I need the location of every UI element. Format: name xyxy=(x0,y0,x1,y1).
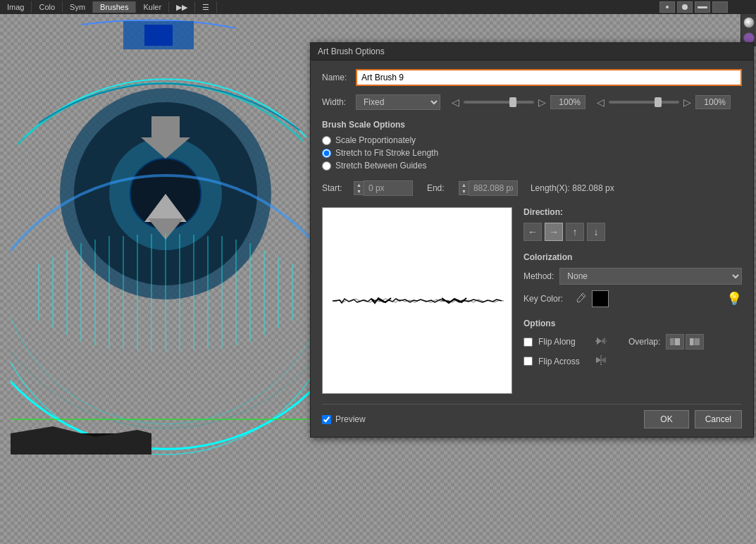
length-label: Length(X): 882.088 px xyxy=(531,183,614,193)
name-input[interactable] xyxy=(356,69,742,86)
brush-thumb-1[interactable] xyxy=(659,1,675,13)
radio-stretch-guides-label[interactable]: Stretch Between Guides xyxy=(335,161,426,171)
dir-btn-down[interactable]: ↓ xyxy=(587,223,605,241)
method-row: Method: None Tints Tints and Shades Hue … xyxy=(523,268,742,285)
dialog-body: Name: Width: Fixed ◁ ▷ ◁ xyxy=(311,61,753,437)
start-stepper-down[interactable]: ▼ xyxy=(354,188,364,194)
slider-group-1: ◁ ▷ xyxy=(452,95,585,109)
brush-thumb-2[interactable] xyxy=(677,1,693,13)
art-brush-dialog: Art Brush Options Name: Width: Fixed ◁ ▷ xyxy=(310,42,754,438)
brush-thumb-4[interactable] xyxy=(712,1,728,13)
flip-across-icon xyxy=(593,354,609,369)
slider-left-arrow-1[interactable]: ◁ xyxy=(452,97,459,108)
slider-track-1[interactable] xyxy=(464,101,534,104)
overlap-btn-2[interactable] xyxy=(686,334,704,350)
dir-btn-up[interactable]: ↑ xyxy=(566,223,584,241)
start-stepper-up[interactable]: ▲ xyxy=(354,182,364,188)
dir-btn-right[interactable]: → xyxy=(545,223,563,241)
slider-thumb-2[interactable] xyxy=(655,97,662,107)
slider-right-arrow-1[interactable]: ▷ xyxy=(538,97,546,108)
eyedropper-icon[interactable] xyxy=(575,292,586,306)
svg-rect-33 xyxy=(674,338,680,345)
flip-along-label: Flip Along xyxy=(538,337,588,347)
tab-colo[interactable]: Colo xyxy=(32,1,63,13)
preview-area xyxy=(322,207,512,394)
dir-btn-left[interactable]: ← xyxy=(523,223,542,241)
radio-scale-proportionately: Scale Proportionately xyxy=(322,135,742,145)
slider-thumb-1[interactable] xyxy=(509,97,516,107)
start-end-row: Start: ▲ ▼ End: ▲ ▼ Length(X): 882.088 p… xyxy=(322,180,742,196)
colorization-label: Colorization xyxy=(523,252,742,262)
tab-sym[interactable]: Sym xyxy=(63,1,93,13)
tab-menu[interactable]: ☰ xyxy=(195,1,217,13)
end-label: End: xyxy=(427,183,452,193)
width-row: Width: Fixed ◁ ▷ ◁ ▷ xyxy=(322,94,742,110)
slider-right-arrow-2[interactable]: ▷ xyxy=(683,97,691,108)
tab-bar: Imag Colo Sym Brushes Kuler ▶▶ ☰ xyxy=(0,1,217,13)
tab-more[interactable]: ▶▶ xyxy=(169,1,195,13)
svg-rect-35 xyxy=(694,338,700,345)
slider-left-arrow-2[interactable]: ◁ xyxy=(597,97,605,108)
key-color-swatch[interactable] xyxy=(592,290,609,307)
direction-buttons: ← → ↑ ↓ xyxy=(523,223,742,241)
end-value-input[interactable] xyxy=(469,180,518,196)
name-label: Name: xyxy=(322,73,350,82)
flip-along-checkbox[interactable] xyxy=(523,338,533,347)
ok-button[interactable]: OK xyxy=(644,410,688,428)
width-select[interactable]: Fixed xyxy=(356,94,440,110)
color-wheel-icon[interactable] xyxy=(743,17,755,28)
dialog-title: Art Brush Options xyxy=(318,47,385,56)
dialog-titlebar: Art Brush Options xyxy=(311,43,753,61)
start-label: Start: xyxy=(322,183,347,193)
tab-kuler[interactable]: Kuler xyxy=(136,1,169,13)
end-stepper: ▲ ▼ xyxy=(459,180,518,196)
radio-stretch-fit: Stretch to Fit Stroke Length xyxy=(322,148,742,158)
width-label: Width: xyxy=(322,97,350,107)
radio-scale-prop-label[interactable]: Scale Proportionately xyxy=(335,135,416,145)
slider-track-2[interactable] xyxy=(609,101,679,104)
svg-line-31 xyxy=(581,295,584,297)
tip-icon[interactable]: 💡 xyxy=(726,291,742,307)
overlap-buttons xyxy=(666,334,704,350)
direction-label: Direction: xyxy=(523,207,742,217)
radio-scale-prop-input[interactable] xyxy=(322,136,331,145)
flip-along-row: Flip Along Overlap: xyxy=(523,334,742,350)
tab-brushes[interactable]: Brushes xyxy=(93,1,136,13)
radio-stretch-fit-input[interactable] xyxy=(322,149,331,158)
method-select[interactable]: None Tints Tints and Shades Hue Shift xyxy=(559,268,742,285)
end-stepper-up[interactable]: ▲ xyxy=(459,182,469,188)
slider-value-2[interactable] xyxy=(695,95,731,109)
svg-rect-30 xyxy=(144,25,173,46)
slider-group-2: ◁ ▷ xyxy=(597,95,731,109)
length-value: 882.088 px xyxy=(572,183,614,193)
brush-thumb-3[interactable] xyxy=(695,1,710,13)
flip-across-row: Flip Across xyxy=(523,354,742,369)
end-stepper-down[interactable]: ▼ xyxy=(459,188,469,194)
right-panel: Direction: ← → ↑ ↓ Colorization Method: xyxy=(523,207,742,394)
radio-stretch-guides-input[interactable] xyxy=(322,161,331,171)
start-value-input[interactable] xyxy=(364,180,413,196)
options-label: Options xyxy=(523,319,742,328)
options-section: Options Flip Along xyxy=(523,319,742,369)
preview-checkbox[interactable] xyxy=(322,415,331,424)
preview-row: Preview xyxy=(322,414,366,424)
radio-stretch-fit-label[interactable]: Stretch to Fit Stroke Length xyxy=(335,148,438,158)
method-label: Method: xyxy=(523,271,554,281)
flip-along-icon xyxy=(593,335,609,350)
cancel-button[interactable]: Cancel xyxy=(695,410,742,428)
bottom-row: Preview OK Cancel xyxy=(322,404,742,428)
brush-scale-title: Brush Scale Options xyxy=(322,120,742,130)
overlap-btn-1[interactable] xyxy=(666,334,684,350)
name-row: Name: xyxy=(322,69,742,86)
keycolor-label: Key Color: xyxy=(523,294,569,304)
tab-imag[interactable]: Imag xyxy=(0,1,32,13)
slider-value-1[interactable] xyxy=(550,95,585,109)
start-stepper: ▲ ▼ xyxy=(354,180,413,196)
brush-thumbnails xyxy=(659,1,728,13)
colorization-section: Colorization Method: None Tints Tints an… xyxy=(523,252,742,307)
end-stepper-arrows: ▲ ▼ xyxy=(459,181,469,195)
preview-brush-stroke xyxy=(329,290,505,311)
flip-across-checkbox[interactable] xyxy=(523,357,533,366)
keycolor-row: Key Color: 💡 xyxy=(523,290,742,307)
radio-stretch-guides: Stretch Between Guides xyxy=(322,161,742,171)
